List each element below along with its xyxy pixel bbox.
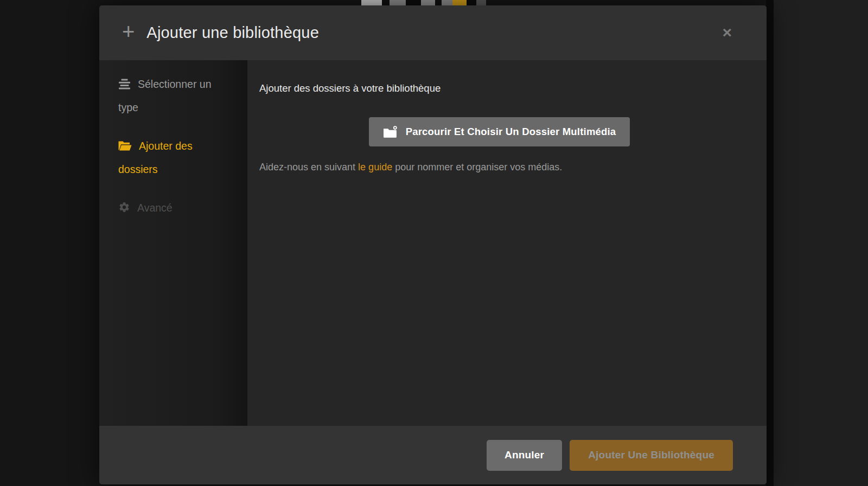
guide-link[interactable]: le guide [358,162,392,172]
dialog-footer: Annuler Ajouter Une Bibliothèque [99,426,767,484]
page-peek-fragment [467,0,476,5]
list-lines-icon [118,75,131,97]
gear-icon [118,199,130,220]
folder-plus-icon [383,126,398,138]
page-peek-fragment [476,0,486,5]
browse-button-row: Parcourir Et Choisir Un Dossier Multiméd… [259,117,739,146]
page-peek-fragment [435,0,442,5]
page-peek-fragment [421,0,435,5]
browse-button-label: Parcourir Et Choisir Un Dossier Multiméd… [406,126,616,138]
close-icon[interactable]: × [719,24,735,41]
step-advanced: Avancé [118,197,231,220]
backdrop-right-panel [774,0,868,486]
page-peek-fragment [452,0,467,5]
add-library-submit-button[interactable]: Ajouter Une Bibliothèque [570,440,733,471]
step-label: Sélectionner un type [118,78,212,113]
page-peek-fragment [442,0,452,5]
dialog-header: + Ajouter une bibliothèque × [99,5,767,60]
open-folder-icon [118,137,132,158]
page-peek-fragment [406,0,421,5]
page-peek-fragment [382,0,390,5]
backdrop-dark-strip [766,0,774,486]
browse-media-folder-button[interactable]: Parcourir Et Choisir Un Dossier Multiméd… [369,117,630,146]
hint-text: pour nommer et organiser vos médias. [392,162,562,172]
dialog-title: Ajouter une bibliothèque [146,24,319,42]
page-peek-fragment [390,0,406,5]
hint-text: Aidez-nous en suivant [259,162,358,172]
step-add-folders[interactable]: Ajouter des dossiers [118,135,231,180]
wizard-steps-sidebar: Sélectionner un type Ajouter des dossier… [99,60,247,426]
dialog-main-panel: Ajouter des dossiers à votre bibliothèqu… [247,60,767,426]
plus-icon: + [122,21,135,42]
screen: + Ajouter une bibliothèque × Sélectionne… [0,0,868,486]
step-label: Avancé [137,202,173,214]
page-peek-fragment [361,0,382,5]
add-library-dialog: + Ajouter une bibliothèque × Sélectionne… [99,5,767,484]
step-select-type[interactable]: Sélectionner un type [118,73,231,118]
panel-heading: Ajouter des dossiers à votre bibliothèqu… [259,82,739,94]
naming-guide-hint: Aidez-nous en suivant le guide pour nomm… [259,162,739,173]
dialog-body: Sélectionner un type Ajouter des dossier… [99,60,767,426]
cancel-button[interactable]: Annuler [487,440,562,471]
